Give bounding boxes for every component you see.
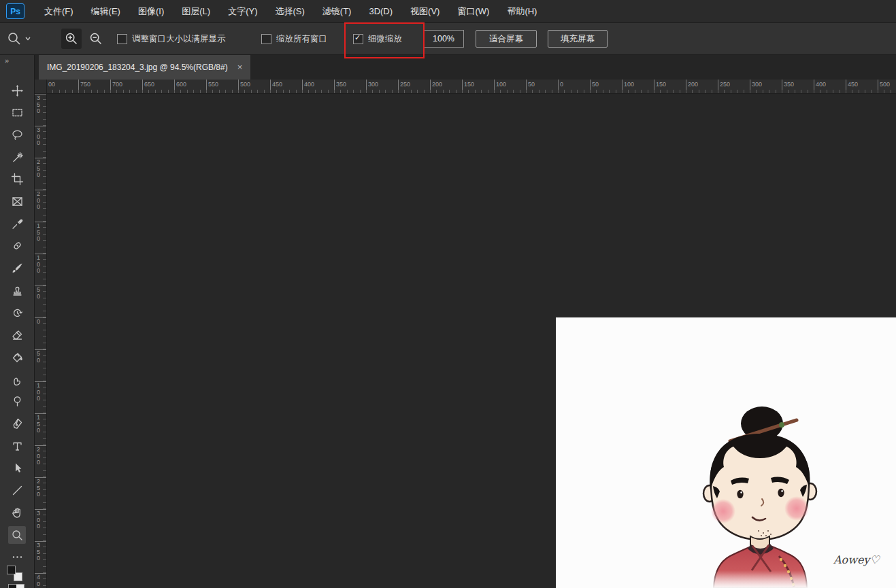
zoom-in-icon xyxy=(65,32,78,46)
quick-selection-tool[interactable] xyxy=(8,148,26,166)
menu-item-filter[interactable]: 滤镜(T) xyxy=(314,0,361,22)
foreground-color-swatch xyxy=(7,566,16,574)
eraser-tool[interactable] xyxy=(8,326,26,344)
zoom-in-button[interactable] xyxy=(61,29,82,49)
dodge-tool[interactable] xyxy=(8,393,26,411)
crop-tool[interactable] xyxy=(8,171,26,188)
zoom-out-button[interactable] xyxy=(86,29,106,49)
lasso-tool[interactable] xyxy=(8,126,26,143)
document-tab[interactable]: IMG_20190206_183204_3.jpg @ 94.5%(RGB/8#… xyxy=(39,54,250,80)
paint-bucket-tool[interactable] xyxy=(8,348,26,366)
healing-brush-tool[interactable] xyxy=(8,237,26,255)
options-bar: 调整窗口大小以满屏显示 缩放所有窗口 细微缩放 100% 适合屏幕 填充屏幕 xyxy=(0,23,896,55)
fit-screen-button[interactable]: 适合屏幕 xyxy=(476,30,537,48)
zoom-tool[interactable] xyxy=(8,526,26,544)
menu-item-edit[interactable]: 编辑(E) xyxy=(82,0,129,22)
tab-title: IMG_20190206_183204_3.jpg @ 94.5%(RGB/8#… xyxy=(47,63,228,72)
checkbox-label: 调整窗口大小以满屏显示 xyxy=(132,33,226,45)
menu-item-type[interactable]: 文字(Y) xyxy=(219,0,266,22)
document-image[interactable]: Aowey♡ xyxy=(556,317,896,588)
type-tool[interactable] xyxy=(8,437,26,455)
menu-items: 文件(F)编辑(E)图像(I)图层(L)文字(Y)选择(S)滤镜(T)3D(D)… xyxy=(35,0,546,22)
document-tab-bar: IMG_20190206_183204_3.jpg @ 94.5%(RGB/8#… xyxy=(34,54,896,80)
frame-tool[interactable] xyxy=(8,193,26,211)
move-tool[interactable] xyxy=(8,82,26,99)
clone-stamp-tool[interactable] xyxy=(8,281,26,299)
resize-window-to-fit-checkbox[interactable]: 调整窗口大小以满屏显示 xyxy=(117,23,226,54)
smudge-tool[interactable] xyxy=(8,370,26,388)
menu-item-select[interactable]: 选择(S) xyxy=(266,0,313,22)
marquee-tool[interactable] xyxy=(8,104,26,122)
chevron-down-icon xyxy=(25,37,31,41)
checkbox-icon xyxy=(117,34,127,44)
fill-screen-button[interactable]: 填充屏幕 xyxy=(548,30,608,48)
checkbox-label: 细微缩放 xyxy=(368,33,402,45)
toolbar: » xyxy=(0,54,35,588)
horizontal-ruler[interactable]: 0075070065060055050045040035030025020015… xyxy=(46,80,896,94)
photoshop-logo-icon[interactable]: Ps xyxy=(6,3,24,19)
menu-item-image[interactable]: 图像(I) xyxy=(129,0,173,22)
history-brush-tool[interactable] xyxy=(8,304,26,322)
vertical-ruler[interactable]: 3 5 03 0 02 5 02 0 01 5 01 0 05 005 01 0… xyxy=(34,93,47,588)
menu-item-layer[interactable]: 图层(L) xyxy=(173,0,219,22)
checkbox-icon xyxy=(261,34,271,44)
collapse-panel-button[interactable]: » xyxy=(5,56,8,65)
photoshop-window: Ps 文件(F)编辑(E)图像(I)图层(L)文字(Y)选择(S)滤镜(T)3D… xyxy=(0,0,896,588)
canvas-area[interactable]: Aowey♡ xyxy=(46,93,896,588)
foreground-background-colors[interactable] xyxy=(7,566,22,581)
tab-close-button[interactable]: × xyxy=(237,62,243,72)
hand-tool[interactable] xyxy=(8,504,26,521)
scrubby-zoom-checkbox[interactable]: 细微缩放 xyxy=(353,23,402,54)
cartoon-illustration: Aowey♡ xyxy=(556,317,896,588)
brush-tool[interactable] xyxy=(8,260,26,277)
zoom-percentage-button[interactable]: 100% xyxy=(423,30,464,48)
logo-text: Ps xyxy=(10,7,20,16)
path-selection-tool[interactable] xyxy=(8,460,26,477)
zoom-out-icon xyxy=(89,32,103,46)
menu-item-file[interactable]: 文件(F) xyxy=(35,0,82,22)
checkbox-icon xyxy=(353,34,363,44)
pen-tool[interactable] xyxy=(8,415,26,433)
line-tool[interactable] xyxy=(8,482,26,500)
menu-item-view[interactable]: 视图(V) xyxy=(401,0,448,22)
menu-item-help[interactable]: 帮助(H) xyxy=(498,0,546,22)
checkbox-label: 缩放所有窗口 xyxy=(276,33,327,45)
ruler-origin-corner[interactable] xyxy=(34,80,47,94)
zoom-tool-preset-dropdown[interactable] xyxy=(7,29,31,48)
zoom-all-windows-checkbox[interactable]: 缩放所有窗口 xyxy=(261,23,327,54)
menu-item-3d[interactable]: 3D(D) xyxy=(360,0,401,22)
eyedropper-tool[interactable] xyxy=(8,215,26,232)
artwork-signature: Aowey♡ xyxy=(833,553,880,566)
more-tools[interactable] xyxy=(8,549,26,566)
screen-mode-button[interactable] xyxy=(8,584,24,588)
zoom-tool-icon xyxy=(7,31,22,46)
menu-bar: Ps 文件(F)编辑(E)图像(I)图层(L)文字(Y)选择(S)滤镜(T)3D… xyxy=(0,0,896,23)
menu-item-window[interactable]: 窗口(W) xyxy=(448,0,498,22)
